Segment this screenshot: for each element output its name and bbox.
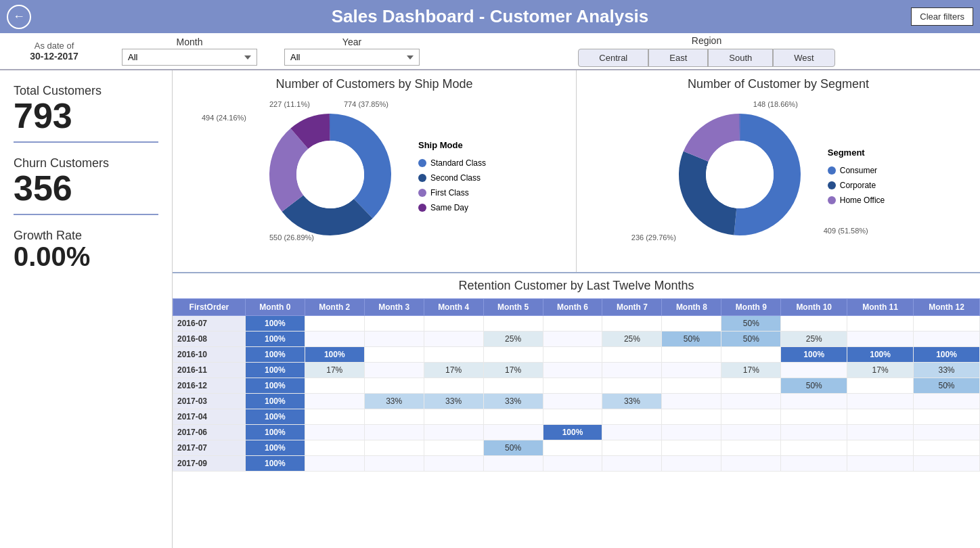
table-cell	[914, 394, 980, 409]
ship-mode-legend-title: Ship Mode	[418, 140, 486, 150]
table-cell	[483, 378, 543, 394]
table-cell: 17%	[305, 363, 364, 378]
year-dropdown[interactable]: All	[284, 49, 420, 66]
retention-title: Retention Customer by Last Twelve Months	[173, 273, 980, 298]
table-cell: 17%	[424, 363, 483, 378]
table-cell	[543, 363, 602, 378]
table-cell	[305, 378, 364, 394]
table-row: 2016-07100%50%	[173, 316, 980, 332]
table-cell	[914, 316, 980, 332]
col-month7: Month 7	[602, 299, 662, 316]
table-cell	[364, 332, 424, 347]
table-cell: 50%	[721, 332, 781, 347]
region-west-button[interactable]: West	[773, 49, 834, 67]
table-cell: 33%	[364, 394, 424, 409]
table-cell: 50%	[914, 378, 980, 394]
table-cell	[781, 394, 847, 409]
table-cell	[721, 347, 781, 363]
legend-label-first: First Class	[430, 188, 469, 198]
table-cell: 100%	[781, 347, 847, 363]
table-cell	[914, 332, 980, 347]
ship-mode-donut-container: 774 (37.85%) 494 (24.16%) 550 (26.89%) 2…	[183, 95, 566, 257]
table-cell: 17%	[721, 363, 781, 378]
table-cell: 33%	[483, 394, 543, 409]
table-cell: 100%	[245, 363, 305, 378]
table-cell	[662, 347, 721, 363]
cell-firstorder: 2017-09	[173, 456, 246, 472]
table-cell	[424, 378, 483, 394]
table-cell	[721, 378, 781, 394]
header-row: FirstOrder Month 0 Month 2 Month 3 Month…	[173, 299, 980, 316]
table-cell	[483, 425, 543, 440]
segment-label-corporate: 236 (29.76%)	[631, 233, 676, 242]
table-cell	[602, 363, 662, 378]
col-month9: Month 9	[721, 299, 781, 316]
back-button[interactable]: ←	[7, 5, 31, 29]
table-cell	[424, 332, 483, 347]
legend-item-corporate: Corporate	[828, 181, 885, 190]
table-cell	[483, 316, 543, 332]
table-row: 2016-08100%25%25%50%50%25%	[173, 332, 980, 347]
page-title: Sales Dashboard - Customer Analysis	[332, 6, 649, 27]
table-cell	[914, 456, 980, 472]
table-cell	[543, 316, 602, 332]
table-cell: 100%	[245, 409, 305, 425]
table-cell	[543, 409, 602, 425]
col-firstorder: FirstOrder	[173, 299, 246, 316]
table-row: 2016-10100%100%100%100%100%	[173, 347, 980, 363]
table-cell	[364, 440, 424, 456]
legend-dot-consumer	[828, 166, 836, 175]
table-cell	[662, 425, 721, 440]
churn-customers-section: Churn Customers 356	[14, 156, 158, 215]
col-month5: Month 5	[483, 299, 543, 316]
table-cell: 100%	[245, 456, 305, 472]
retention-table: FirstOrder Month 0 Month 2 Month 3 Month…	[173, 298, 980, 472]
table-cell	[364, 409, 424, 425]
month-dropdown[interactable]: All	[122, 49, 257, 66]
table-cell	[662, 409, 721, 425]
col-month6: Month 6	[543, 299, 602, 316]
region-east-button[interactable]: East	[648, 49, 708, 67]
region-central-button[interactable]: Central	[578, 49, 648, 67]
table-cell	[305, 332, 364, 347]
col-month11: Month 11	[847, 299, 914, 316]
legend-label-second: Second Class	[430, 173, 481, 183]
table-cell	[543, 456, 602, 472]
table-cell: 17%	[847, 363, 914, 378]
table-cell: 100%	[245, 425, 305, 440]
table-cell	[721, 409, 781, 425]
table-row: 2017-04100%	[173, 409, 980, 425]
col-month8: Month 8	[662, 299, 721, 316]
table-cell	[847, 316, 914, 332]
retention-table-body: 2016-07100%50%2016-08100%25%25%50%50%25%…	[173, 316, 980, 472]
clear-filters-button[interactable]: Clear filters	[911, 7, 973, 26]
retention-table-wrapper[interactable]: FirstOrder Month 0 Month 2 Month 3 Month…	[173, 298, 980, 543]
table-row: 2017-09100%	[173, 456, 980, 472]
table-row: 2017-03100%33%33%33%33%	[173, 394, 980, 409]
table-cell	[543, 347, 602, 363]
table-cell: 100%	[914, 347, 980, 363]
ship-mode-label-standard: 774 (37.85%)	[344, 100, 388, 108]
table-cell	[847, 332, 914, 347]
table-cell	[662, 316, 721, 332]
table-cell	[424, 425, 483, 440]
table-cell	[662, 378, 721, 394]
region-south-button[interactable]: South	[708, 49, 773, 67]
segment-donut-container: 148 (18.66%) 236 (29.76%) 409 (51.58%)	[587, 95, 970, 257]
table-cell	[305, 316, 364, 332]
table-cell	[364, 456, 424, 472]
total-customers-section: Total Customers 793	[14, 84, 158, 143]
charts-row: Number of Customers by Ship Mode 774 (37…	[173, 70, 980, 273]
table-cell	[305, 394, 364, 409]
col-month3: Month 3	[364, 299, 424, 316]
legend-item-consumer: Consumer	[828, 166, 885, 175]
legend-label-standard: Standard Class	[430, 158, 486, 168]
segment-chart-section: Number of Customer by Segment 148 (18.66…	[577, 70, 980, 272]
legend-item-second: Second Class	[418, 173, 486, 183]
segment-label-consumer: 409 (51.58%)	[824, 227, 868, 235]
table-cell	[364, 425, 424, 440]
table-cell: 100%	[245, 332, 305, 347]
table-cell	[721, 394, 781, 409]
legend-dot-sameday	[418, 204, 426, 212]
legend-label-homeoffice: Home Office	[840, 196, 885, 205]
